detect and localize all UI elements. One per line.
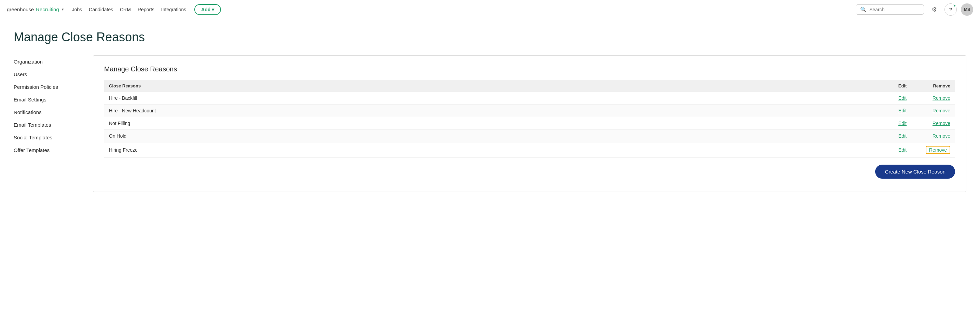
create-btn-container: Create New Close Reason: [104, 164, 955, 179]
sidebar-item-social-templates[interactable]: Social Templates: [14, 131, 82, 144]
edit-cell: Edit: [894, 142, 921, 158]
close-reasons-table: Close Reasons Edit Remove Hire - Backfil…: [104, 80, 955, 158]
col-header-reasons: Close Reasons: [104, 80, 894, 92]
main-content: Manage Close Reasons Close Reasons Edit …: [93, 55, 966, 192]
table-row: Hiring Freeze Edit Remove: [104, 142, 955, 158]
settings-button[interactable]: ⚙: [928, 3, 940, 16]
col-header-remove: Remove: [921, 80, 955, 92]
logo-greenhouse: greenhouse: [7, 6, 34, 12]
table-row: Hire - New Headcount Edit Remove: [104, 105, 955, 117]
section-title: Manage Close Reasons: [104, 65, 955, 73]
remove-button-highlighted[interactable]: Remove: [926, 146, 950, 154]
remove-cell: Remove: [921, 130, 955, 142]
edit-button[interactable]: Edit: [898, 95, 907, 101]
edit-button[interactable]: Edit: [898, 133, 907, 139]
edit-cell: Edit: [894, 105, 921, 117]
search-box[interactable]: 🔍: [856, 5, 924, 15]
edit-cell: Edit: [894, 92, 921, 105]
sidebar-item-email-templates[interactable]: Email Templates: [14, 118, 82, 131]
remove-button[interactable]: Remove: [932, 95, 950, 101]
edit-cell: Edit: [894, 130, 921, 142]
remove-cell-highlighted: Remove: [921, 142, 955, 158]
create-new-close-reason-button[interactable]: Create New Close Reason: [875, 164, 955, 179]
reason-cell: On Hold: [104, 130, 894, 142]
remove-button[interactable]: Remove: [932, 108, 950, 113]
edit-button[interactable]: Edit: [898, 108, 907, 113]
reason-cell: Not Filling: [104, 117, 894, 130]
page-title: Manage Close Reasons: [14, 30, 966, 45]
table-row: On Hold Edit Remove: [104, 130, 955, 142]
edit-button[interactable]: Edit: [898, 121, 907, 126]
reason-cell: Hiring Freeze: [104, 142, 894, 158]
sidebar-item-organization[interactable]: Organization: [14, 55, 82, 68]
notification-dot: [953, 4, 956, 7]
help-icon: ?: [949, 6, 952, 12]
reason-cell: Hire - Backfill: [104, 92, 894, 105]
table-row: Not Filling Edit Remove: [104, 117, 955, 130]
reason-cell: Hire - New Headcount: [104, 105, 894, 117]
nav-links: Jobs Candidates CRM Reports Integrations: [72, 7, 186, 12]
table-row: Hire - Backfill Edit Remove: [104, 92, 955, 105]
help-wrapper: ?: [945, 3, 957, 16]
remove-cell: Remove: [921, 105, 955, 117]
top-navigation: greenhouse Recruiting ▾ Jobs Candidates …: [0, 0, 980, 19]
page-container: Manage Close Reasons Organization Users …: [0, 19, 980, 203]
sidebar-item-notifications[interactable]: Notifications: [14, 106, 82, 118]
nav-integrations[interactable]: Integrations: [161, 7, 186, 12]
add-button[interactable]: Add ▾: [194, 4, 221, 15]
remove-button[interactable]: Remove: [932, 121, 950, 126]
close-reasons-table-container: Close Reasons Edit Remove Hire - Backfil…: [104, 80, 955, 158]
nav-candidates[interactable]: Candidates: [89, 7, 113, 12]
remove-cell: Remove: [921, 117, 955, 130]
nav-jobs[interactable]: Jobs: [72, 7, 82, 12]
search-icon: 🔍: [860, 6, 867, 13]
remove-cell: Remove: [921, 92, 955, 105]
logo[interactable]: greenhouse Recruiting ▾: [7, 6, 64, 12]
content-area: Organization Users Permission Policies E…: [14, 55, 966, 192]
nav-crm[interactable]: CRM: [120, 7, 131, 12]
logo-recruiting: Recruiting: [36, 6, 59, 12]
sidebar: Organization Users Permission Policies E…: [14, 55, 82, 192]
nav-reports[interactable]: Reports: [138, 7, 154, 12]
logo-chevron-icon: ▾: [62, 7, 64, 12]
sidebar-item-email-settings[interactable]: Email Settings: [14, 93, 82, 106]
sidebar-item-users[interactable]: Users: [14, 68, 82, 81]
edit-cell: Edit: [894, 117, 921, 130]
table-header-row: Close Reasons Edit Remove: [104, 80, 955, 92]
edit-button[interactable]: Edit: [898, 147, 907, 153]
sidebar-item-permission-policies[interactable]: Permission Policies: [14, 81, 82, 93]
search-input[interactable]: [869, 7, 920, 12]
remove-button[interactable]: Remove: [932, 133, 950, 139]
nav-right: 🔍 ⚙ ? MS: [856, 3, 973, 16]
sidebar-item-offer-templates[interactable]: Offer Templates: [14, 144, 82, 156]
avatar-button[interactable]: MS: [961, 3, 973, 16]
col-header-edit: Edit: [894, 80, 921, 92]
gear-icon: ⚙: [932, 6, 937, 13]
